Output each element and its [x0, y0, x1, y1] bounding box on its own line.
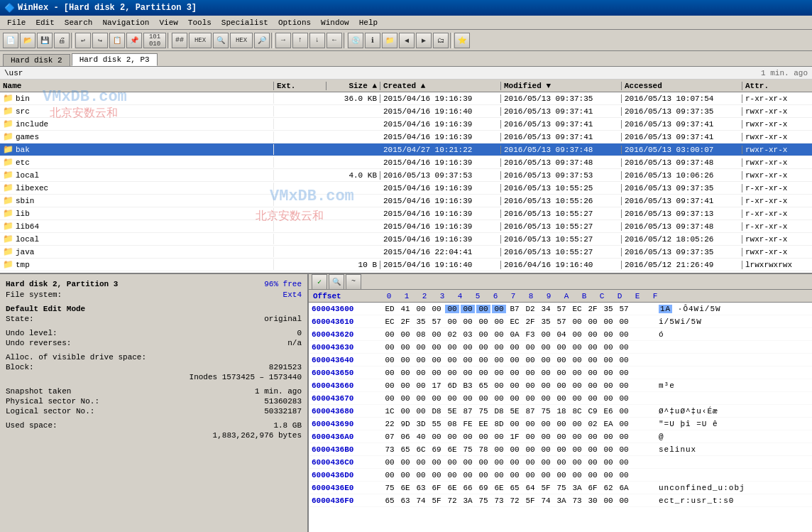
hex-byte[interactable]: 64 [523, 484, 537, 492]
hex-byte[interactable]: 22 [383, 420, 397, 428]
hex-byte[interactable]: 00 [617, 496, 631, 505]
file-row[interactable]: 📁etc2015/04/16 19:16:392016/05/13 09:37:… [0, 156, 812, 169]
hex-byte[interactable]: 6E [492, 484, 506, 492]
hex-byte[interactable]: 00 [445, 343, 459, 352]
back-btn[interactable]: ◀ [399, 33, 415, 48]
hex-byte[interactable]: 00 [617, 471, 631, 479]
hex-byte[interactable]: 00 [476, 305, 490, 313]
hex-byte[interactable]: 00 [476, 471, 490, 479]
file-row[interactable]: 📁java2015/04/16 22:04:412016/05/13 10:55… [0, 246, 812, 259]
hex-byte[interactable]: 00 [429, 330, 444, 339]
hex-byte[interactable]: 5F [429, 496, 444, 505]
hex-row[interactable]: 6000436E0756E636F6E66696E65645F753A6F626… [309, 482, 812, 494]
hex-byte[interactable]: 00 [461, 343, 475, 352]
hex-byte[interactable]: 00 [414, 394, 428, 403]
hex-byte[interactable]: 0A [508, 330, 522, 339]
info-btn[interactable]: ℹ [365, 33, 380, 48]
hex-byte[interactable]: 00 [601, 458, 615, 467]
hex-byte[interactable]: 00 [398, 330, 412, 339]
hex-byte[interactable]: 04 [554, 330, 569, 339]
hex-row[interactable]: 6000436801C0000D85E8775D85E8775188CC9E60… [309, 405, 812, 418]
hex-byte[interactable]: 08 [445, 420, 459, 428]
search-btn[interactable]: 🔍 [213, 33, 229, 48]
hex-byte[interactable]: 00 [429, 433, 444, 441]
hex-byte[interactable]: 17 [429, 381, 444, 390]
hex-byte[interactable]: 00 [398, 369, 412, 377]
hex-byte[interactable]: 00 [445, 305, 459, 313]
hex-byte[interactable]: 00 [508, 381, 522, 390]
menu-item-edit[interactable]: Edit [31, 17, 58, 28]
hex-byte[interactable]: 78 [476, 445, 490, 454]
hex-byte[interactable]: 00 [601, 356, 615, 364]
hex-byte[interactable]: 00 [586, 343, 600, 352]
star-btn[interactable]: ⭐ [454, 33, 470, 48]
hex-byte[interactable]: 00 [383, 471, 397, 479]
hex-byte[interactable]: 00 [476, 343, 490, 352]
hex-byte[interactable]: 00 [601, 343, 615, 352]
redo-btn[interactable]: ↪ [92, 33, 108, 48]
hex-byte[interactable]: 57 [554, 317, 569, 326]
hex-byte[interactable]: 00 [586, 356, 600, 364]
hex-byte[interactable]: 00 [461, 458, 475, 467]
hex-byte[interactable]: 00 [445, 433, 459, 441]
hex-byte[interactable]: 00 [429, 356, 444, 364]
paste-btn[interactable]: 📌 [126, 33, 142, 48]
hex-row[interactable]: 600043660000000176DB36500000000000000000… [309, 379, 812, 392]
hex-byte[interactable]: 00 [523, 394, 537, 403]
hex-byte[interactable]: 65 [476, 381, 490, 390]
hex-byte[interactable]: 2F [523, 317, 537, 326]
menu-item-search[interactable]: Search [60, 17, 97, 28]
hex-byte[interactable]: 87 [523, 407, 537, 416]
new-btn[interactable]: 📄 [3, 33, 18, 48]
hex-byte[interactable]: 00 [445, 458, 459, 467]
arrow-down-btn[interactable]: ↓ [309, 33, 325, 48]
hex-byte[interactable]: 00 [523, 445, 537, 454]
hex-byte[interactable]: 75 [539, 407, 553, 416]
101-btn[interactable]: 101010 [143, 33, 166, 48]
hex-byte[interactable]: 9D [398, 420, 412, 428]
hex-byte[interactable]: 00 [476, 330, 490, 339]
file-row[interactable]: 📁src2015/04/16 19:16:402016/05/13 09:37:… [0, 105, 812, 118]
hex-row[interactable]: 6000436400000000000000000000000000000000… [309, 354, 812, 367]
hex-byte[interactable]: 00 [523, 356, 537, 364]
hex-byte[interactable]: 00 [508, 458, 522, 467]
hex-byte[interactable]: 69 [476, 484, 490, 492]
hex-byte[interactable]: 00 [508, 394, 522, 403]
hex-byte[interactable]: EC [570, 305, 584, 313]
hex-byte[interactable]: 00 [617, 343, 631, 352]
hex-byte[interactable]: 00 [586, 471, 600, 479]
file-row[interactable]: 📁sbin2015/04/16 19:16:392016/05/13 10:55… [0, 195, 812, 207]
hex-byte[interactable]: 18 [554, 407, 569, 416]
hex-byte[interactable]: 00 [601, 471, 615, 479]
hex-byte[interactable]: 00 [429, 343, 444, 352]
tab-0[interactable]: Hard disk 2 [3, 54, 70, 66]
open-btn[interactable]: 📂 [20, 33, 35, 48]
hex-byte[interactable]: 02 [586, 420, 600, 428]
hex-byte[interactable]: 00 [461, 433, 475, 441]
hex-byte[interactable]: 35 [601, 305, 615, 313]
hex-byte[interactable]: 00 [539, 394, 553, 403]
hex-row[interactable]: 6000436300000000000000000000000000000000… [309, 341, 812, 354]
col-name-header[interactable]: Name [0, 82, 274, 90]
hex-byte[interactable]: 00 [601, 369, 615, 377]
hex-byte[interactable]: 00 [554, 369, 569, 377]
hex-byte[interactable]: 72 [508, 496, 522, 505]
hex-byte[interactable]: C9 [586, 407, 600, 416]
hex-byte[interactable]: 65 [398, 445, 412, 454]
hex-byte[interactable]: 40 [414, 433, 428, 441]
undo-btn[interactable]: ↩ [75, 33, 91, 48]
hex-byte[interactable]: 00 [476, 458, 490, 467]
hex-byte[interactable]: 00 [492, 381, 506, 390]
hex-tilde-btn[interactable]: ~ [346, 274, 361, 290]
hex-byte[interactable]: 00 [554, 458, 569, 467]
hex-byte[interactable]: EE [476, 420, 490, 428]
hex-byte[interactable]: 00 [508, 471, 522, 479]
hex-byte[interactable]: 00 [398, 458, 412, 467]
hex-byte[interactable]: 00 [492, 445, 506, 454]
hex2-btn[interactable]: HEX [230, 33, 253, 48]
hex-byte[interactable]: 00 [383, 356, 397, 364]
col-attr-header[interactable]: Attr. [742, 82, 812, 90]
hex-byte[interactable]: 00 [523, 343, 537, 352]
hex-byte[interactable]: F3 [523, 330, 537, 339]
hex-byte[interactable]: 00 [476, 356, 490, 364]
